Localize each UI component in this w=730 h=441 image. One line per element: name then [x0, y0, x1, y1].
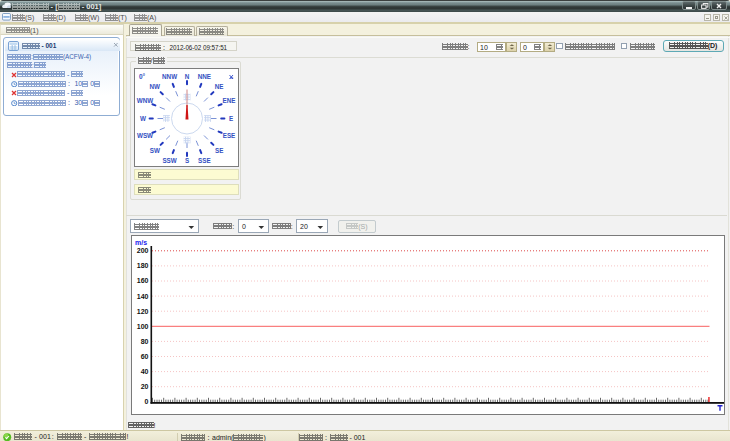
svg-text:ESE: ESE: [223, 132, 236, 139]
svg-text:80: 80: [141, 338, 149, 345]
svg-text:NNE: NNE: [198, 73, 211, 80]
svg-text:120: 120: [137, 308, 149, 315]
svg-text:180: 180: [137, 262, 149, 269]
svg-text:SSW: SSW: [162, 157, 176, 164]
svg-text:0°: 0°: [139, 73, 146, 80]
svg-text:20: 20: [141, 383, 149, 390]
svg-text:NE: NE: [215, 83, 224, 90]
svg-text:60: 60: [141, 353, 149, 360]
svg-text:SSE: SSE: [198, 157, 211, 164]
svg-text:N: N: [185, 73, 190, 80]
svg-text:SW: SW: [150, 147, 160, 154]
svg-text:NW: NW: [150, 83, 161, 90]
svg-text:ENE: ENE: [223, 97, 236, 104]
svg-text:W: W: [140, 115, 146, 122]
svg-text:100: 100: [137, 323, 149, 330]
svg-text:140: 140: [137, 293, 149, 300]
svg-text:NNW: NNW: [162, 73, 177, 80]
svg-text:40: 40: [141, 368, 149, 375]
svg-text:E: E: [229, 115, 233, 122]
svg-text:200: 200: [137, 247, 149, 254]
svg-text:SE: SE: [215, 147, 223, 154]
svg-text:160: 160: [137, 277, 149, 284]
svg-text:m/s: m/s: [135, 239, 147, 246]
svg-text:0: 0: [145, 398, 149, 405]
svg-text:WNW: WNW: [137, 97, 153, 104]
svg-text:WSW: WSW: [137, 132, 153, 139]
svg-text:S: S: [185, 157, 189, 164]
